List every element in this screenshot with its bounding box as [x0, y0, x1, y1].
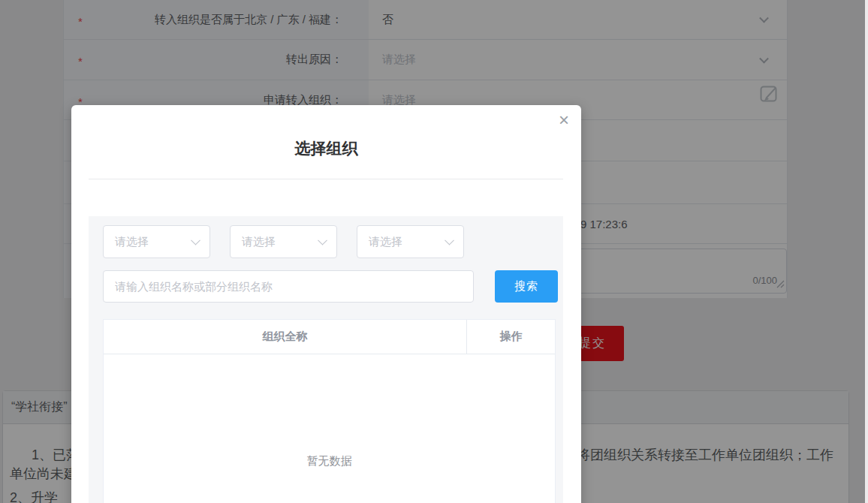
select-org-modal: × 选择组织 请选择 请选择 请选择 搜索 组织全称 操作: [71, 105, 581, 503]
scrollbar[interactable]: [865, 0, 868, 503]
chevron-down-icon: [191, 236, 200, 245]
table-header: 组织全称 操作: [104, 320, 555, 354]
org-result-table: 组织全称 操作 暂无数据: [103, 319, 556, 503]
divider: [89, 179, 563, 179]
org-search-input[interactable]: [103, 270, 474, 303]
modal-title: 选择组织: [71, 138, 581, 159]
close-icon[interactable]: ×: [559, 111, 569, 129]
province-select-placeholder: 请选择: [115, 235, 149, 249]
column-header-org-name: 组织全称: [104, 320, 467, 354]
empty-state-text: 暂无数据: [104, 454, 555, 468]
column-header-action: 操作: [467, 320, 555, 354]
district-select-placeholder: 请选择: [369, 235, 402, 249]
city-select[interactable]: 请选择: [230, 225, 337, 258]
chevron-down-icon: [445, 236, 454, 245]
search-button[interactable]: 搜索: [495, 270, 558, 303]
province-select[interactable]: 请选择: [103, 225, 210, 258]
org-filter-panel: 请选择 请选择 请选择 搜索 组织全称 操作 暂无数据: [89, 216, 563, 503]
chevron-down-icon: [318, 236, 327, 245]
district-select[interactable]: 请选择: [357, 225, 464, 258]
city-select-placeholder: 请选择: [242, 235, 276, 249]
page: * 转入组织是否属于北京 / 广东 / 福建： 否 * 转出原因： 请选择: [0, 0, 868, 503]
